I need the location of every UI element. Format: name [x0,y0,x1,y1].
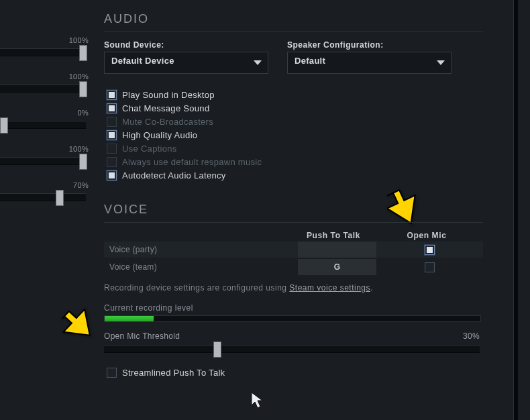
push-to-talk-key-party[interactable] [298,242,376,258]
push-to-talk-key-team[interactable]: G [298,259,376,275]
slider-percent: 70% [73,181,89,189]
voice-row-label: Voice (party) [104,245,298,254]
checkbox-autodetect-latency[interactable]: Autodetect Audio Latency [104,169,483,182]
left-slider[interactable]: 100% [0,142,94,178]
speaker-config-value: Default [295,56,325,66]
checkbox-streamlined-ptt[interactable]: Streamlined Push To Talk [104,366,483,380]
slider-percent: 0% [78,109,89,117]
sound-device-select[interactable]: Default Device [104,52,268,74]
divider [104,32,483,32]
recording-note: Recording device settings are configured… [104,283,483,293]
threshold-percent: 30% [463,331,480,341]
slider-percent: 100% [69,72,89,81]
sound-device-label: Sound Device: [104,40,268,50]
slider-percent: 100% [69,145,89,153]
threshold-label: Open Mic Threshold [104,331,180,341]
open-mic-radio-party[interactable] [425,245,435,255]
current-recording-level-label: Current recording level [104,303,483,313]
annotation-arrow-threshold [62,307,95,344]
voice-row-party: Voice (party) [104,242,483,258]
checkbox-chat-message-sound[interactable]: Chat Message Sound [104,102,483,115]
steam-voice-settings-link[interactable]: Steam voice settings [289,283,370,293]
svg-marker-1 [62,307,95,344]
panel-divider [513,0,518,420]
voice-col-open: Open Mic [373,231,480,240]
chevron-down-icon [435,56,447,68]
left-slider[interactable]: 100% [0,70,94,106]
voice-row-team: Voice (team) G [104,259,483,275]
chevron-down-icon [252,56,264,68]
voice-row-label: Voice (team) [104,262,298,272]
divider [104,222,483,223]
audio-heading: AUDIO [104,12,483,26]
open-mic-radio-team[interactable] [425,262,435,272]
cursor-icon [251,392,264,409]
checkbox-mute-cobroadcasters[interactable]: Mute Co-Broadcasters [104,115,483,129]
left-slider[interactable]: 100% [0,34,94,70]
checkbox-always-default-respawn[interactable]: Always use default respawn music [104,156,483,169]
checkbox-use-captions[interactable]: Use Captions [104,142,483,156]
checkbox-play-sound-desktop[interactable]: Play Sound in Desktop [104,89,483,102]
sound-device-value: Default Device [111,56,174,66]
checkbox-high-quality-audio[interactable]: High Quality Audio [104,129,483,142]
current-recording-level-meter [104,315,481,322]
threshold-slider[interactable] [104,345,480,353]
left-settings-sliders: 100% 100% 0% 100% 70% [0,34,94,215]
left-slider[interactable]: 70% [0,178,94,215]
speaker-config-label: Speaker Configuration: [287,40,452,50]
voice-col-push: Push To Talk [294,231,373,240]
left-slider[interactable]: 0% [0,106,94,142]
voice-heading: VOICE [104,203,483,217]
slider-percent: 100% [69,36,89,44]
speaker-config-select[interactable]: Default [287,52,452,74]
